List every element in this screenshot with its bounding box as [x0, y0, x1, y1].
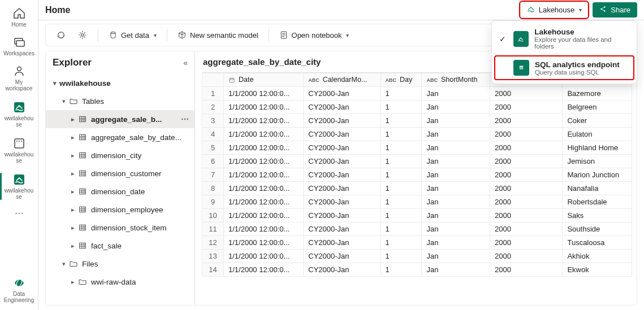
cell[interactable]: CY2000-Jan [304, 113, 381, 127]
cell[interactable]: Ekwok [563, 263, 632, 276]
cell[interactable]: 1 [381, 154, 422, 168]
rail-recent-notebook[interactable]: wwilakehou se [2, 133, 36, 167]
cell[interactable]: 2000 [490, 168, 563, 181]
table-row[interactable]: 81/1/2000 12:00:0...CY2000-Jan1Jan2000Na… [202, 181, 632, 195]
column-header[interactable]: ABCDay [381, 73, 422, 87]
share-button[interactable]: Share [593, 2, 637, 18]
cell[interactable]: Highland Home [563, 141, 632, 154]
cell[interactable]: 2000 [490, 86, 563, 100]
cell[interactable]: Jemison [563, 154, 632, 168]
cell[interactable]: 2000 [490, 154, 563, 168]
cell[interactable]: CY2000-Jan [304, 208, 381, 222]
cell[interactable]: 2000 [490, 222, 563, 235]
rail-workspaces[interactable]: Workspaces [2, 32, 36, 60]
column-header[interactable]: ABCCalendarMo... [304, 73, 381, 87]
cell[interactable]: CY2000-Jan [304, 195, 381, 208]
cell[interactable]: 1/1/2000 12:00:0... [224, 249, 304, 263]
tree-table-item[interactable]: ▸ dimension_city [46, 146, 195, 164]
tree-root[interactable]: ▾ wwilakehouse [46, 74, 195, 92]
cell[interactable]: 1/1/2000 12:00:0... [224, 195, 304, 208]
table-row[interactable]: 71/1/2000 12:00:0...CY2000-Jan1Jan2000Ma… [202, 168, 632, 181]
table-row[interactable]: 91/1/2000 12:00:0...CY2000-Jan1Jan2000Ro… [202, 195, 632, 208]
column-header[interactable]: ABCShortMonth [422, 73, 490, 87]
table-row[interactable]: 111/1/2000 12:00:0...CY2000-Jan1Jan2000S… [202, 222, 632, 235]
refresh-button[interactable] [51, 28, 71, 42]
cell[interactable]: 1/1/2000 12:00:0... [224, 222, 304, 235]
cell[interactable]: 1 [381, 208, 422, 222]
cell[interactable]: CY2000-Jan [304, 127, 381, 141]
cell[interactable]: 1/1/2000 12:00:0... [224, 235, 304, 249]
cell[interactable]: 2000 [490, 249, 563, 263]
cell[interactable]: Jan [422, 181, 490, 195]
tree-tables[interactable]: ▾ Tables [46, 92, 195, 110]
tree-table-item[interactable]: ▸ dimension_date [46, 182, 195, 200]
cell[interactable]: 2000 [490, 263, 563, 276]
cell[interactable]: CY2000-Jan [304, 141, 381, 154]
cell[interactable]: 1 [381, 181, 422, 195]
cell[interactable]: Tuscaloosa [563, 235, 632, 249]
cell[interactable]: Jan [422, 100, 490, 113]
cell[interactable]: CY2000-Jan [304, 249, 381, 263]
cell[interactable]: Jan [422, 222, 490, 235]
cell[interactable]: 1/1/2000 12:00:0... [224, 113, 304, 127]
cell[interactable]: Jan [422, 235, 490, 249]
rail-recent-lakehouse-1[interactable]: wwilakehou se [2, 97, 36, 131]
table-row[interactable]: 141/1/2000 12:00:0...CY2000-Jan1Jan2000E… [202, 263, 632, 276]
table-row[interactable]: 121/1/2000 12:00:0...CY2000-Jan1Jan2000T… [202, 235, 632, 249]
cell[interactable]: Belgreen [563, 100, 632, 113]
rail-current-lakehouse[interactable]: wwilakehou se [2, 169, 36, 203]
cell[interactable]: CY2000-Jan [304, 263, 381, 276]
more-actions-button[interactable]: ⋯ [179, 115, 191, 124]
cell[interactable]: CY2000-Jan [304, 154, 381, 168]
cell[interactable]: Eulaton [563, 127, 632, 141]
cell[interactable]: 1/1/2000 12:00:0... [224, 141, 304, 154]
cell[interactable]: Jan [422, 113, 490, 127]
cell[interactable]: 1 [381, 113, 422, 127]
cell[interactable]: CY2000-Jan [304, 168, 381, 181]
table-row[interactable]: 21/1/2000 12:00:0...CY2000-Jan1Jan2000Be… [202, 100, 632, 113]
data-grid-scroll[interactable]: DateABCCalendarMo...ABCDayABCShortMonth1… [202, 72, 632, 302]
cell[interactable]: 1 [381, 235, 422, 249]
table-row[interactable]: 61/1/2000 12:00:0...CY2000-Jan1Jan2000Je… [202, 154, 632, 168]
cell[interactable]: 1 [381, 222, 422, 235]
tree-table-item[interactable]: ▸ aggregate_sale_by_date... [46, 128, 195, 146]
cell[interactable]: Jan [422, 154, 490, 168]
cell[interactable]: 2000 [490, 100, 563, 113]
cell[interactable]: 2000 [490, 113, 563, 127]
cell[interactable]: 1 [381, 86, 422, 100]
cell[interactable]: 1/1/2000 12:00:0... [224, 86, 304, 100]
cell[interactable]: 1 [381, 127, 422, 141]
rail-my-workspace[interactable]: My workspace [2, 61, 36, 95]
cell[interactable]: Marion Junction [563, 168, 632, 181]
cell[interactable]: 1 [381, 141, 422, 154]
tree-folder-item[interactable]: ▸ wwi-raw-data [46, 273, 195, 291]
cell[interactable]: Jan [422, 127, 490, 141]
table-row[interactable]: 41/1/2000 12:00:0...CY2000-Jan1Jan2000Eu… [202, 127, 632, 141]
cell[interactable]: Jan [422, 195, 490, 208]
tree-table-item[interactable]: ▸ fact_sale [46, 237, 195, 255]
collapse-explorer-button[interactable]: « [183, 58, 188, 67]
rail-data-engineering[interactable]: Data Engineering [2, 273, 36, 307]
cell[interactable]: 1/1/2000 12:00:0... [224, 100, 304, 113]
cell[interactable]: CY2000-Jan [304, 222, 381, 235]
cell[interactable]: 1 [381, 249, 422, 263]
view-mode-dropdown[interactable]: Lakehouse ▾ [520, 2, 589, 18]
cell[interactable]: 2000 [490, 195, 563, 208]
table-row[interactable]: 131/1/2000 12:00:0...CY2000-Jan1Jan2000A… [202, 249, 632, 263]
table-row[interactable]: 11/1/2000 12:00:0...CY2000-Jan1Jan2000Ba… [202, 86, 632, 100]
cell[interactable]: CY2000-Jan [304, 100, 381, 113]
table-row[interactable]: 51/1/2000 12:00:0...CY2000-Jan1Jan2000Hi… [202, 141, 632, 154]
cell[interactable]: 2000 [490, 235, 563, 249]
cell[interactable]: Nanafalia [563, 181, 632, 195]
cell[interactable]: Jan [422, 86, 490, 100]
tree-files[interactable]: ▾ Files [46, 255, 195, 273]
cell[interactable]: 1 [381, 263, 422, 276]
cell[interactable]: CY2000-Jan [304, 86, 381, 100]
cell[interactable]: CY2000-Jan [304, 235, 381, 249]
rail-more[interactable]: ⋯ [2, 204, 36, 222]
tree-table-item[interactable]: ▸ dimension_customer [46, 164, 195, 182]
cell[interactable]: CY2000-Jan [304, 181, 381, 195]
cell[interactable]: Jan [422, 249, 490, 263]
cell[interactable]: 1/1/2000 12:00:0... [224, 208, 304, 222]
tree-table-item[interactable]: ▸ aggregate_sale_b... ⋯ [46, 110, 195, 128]
